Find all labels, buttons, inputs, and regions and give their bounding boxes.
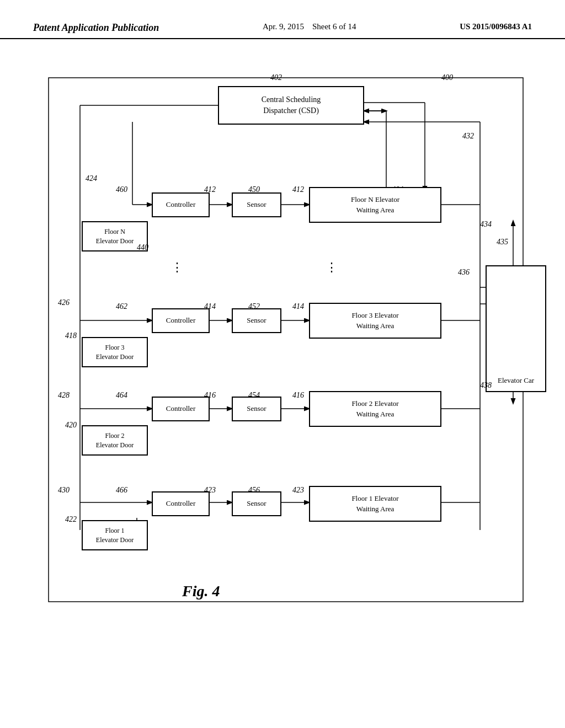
ref-412b: 412 [292,185,304,194]
controller-3-box: Controller [152,308,210,333]
sensor-3-box: Sensor [232,308,281,333]
controller-2-box: Controller [152,397,210,421]
floor-3-waiting-box: Floor 3 Elevator Waiting Area [309,303,441,339]
ref-423b: 423 [292,486,304,495]
ref-424: 424 [86,174,97,183]
ref-462: 462 [116,302,127,311]
floor-3-door-box: Floor 3 Elevator Door [82,337,148,367]
diagram-svg [0,50,565,690]
page: Patent Application Publication Apr. 9, 2… [0,0,565,728]
ref-438: 438 [480,381,492,390]
ref-426: 426 [58,298,70,307]
sensor-2-box: Sensor [232,397,281,421]
sensor-n-box: Sensor [232,192,281,217]
ref-432: 432 [462,132,474,141]
sheet-info: Sheet 6 of 14 [312,22,356,31]
ref-460: 460 [116,185,127,194]
ref-400: 400 [441,73,453,82]
ref-466: 466 [116,486,127,495]
figure-caption: Fig. 4 [182,582,220,600]
ref-440: 440 [137,243,148,252]
header-center: Apr. 9, 2015 Sheet 6 of 14 [263,22,356,31]
ref-414b: 414 [292,302,304,311]
ref-422: 422 [65,515,77,524]
ref-418: 418 [65,331,77,340]
publication-title: Patent Application Publication [33,22,159,34]
sensor-1-box: Sensor [232,491,281,516]
publication-date: Apr. 9, 2015 [263,22,304,31]
patent-number: US 2015/0096843 A1 [460,22,532,31]
floor-1-door-box: Floor 1 Elevator Door [82,520,148,550]
dots-left: ⋮ [171,263,184,272]
floor-n-waiting-box: Floor N Elevator Waiting Area [309,187,441,223]
ref-416b: 416 [292,391,304,400]
diagram-area: 402 400 Central Scheduling Dispatcher (C… [0,50,565,690]
floor-2-waiting-box: Floor 2 Elevator Waiting Area [309,391,441,427]
ref-402: 402 [270,73,282,82]
ref-420: 420 [65,421,77,430]
csd-box: Central Scheduling Dispatcher (CSD) [218,86,364,125]
ref-464: 464 [116,391,127,400]
ref-434: 434 [480,220,492,229]
floor-2-door-box: Floor 2 Elevator Door [82,425,148,456]
ref-436: 436 [458,268,470,277]
controller-1-box: Controller [152,491,210,516]
ref-430: 430 [58,486,70,495]
page-header: Patent Application Publication Apr. 9, 2… [0,0,565,39]
ref-435: 435 [497,238,508,247]
floor-1-waiting-box: Floor 1 Elevator Waiting Area [309,486,441,522]
controller-n-box: Controller [152,192,210,217]
dots-right: ⋮ [326,263,339,272]
ref-428: 428 [58,391,70,400]
elevator-car-box: Elevator Car [486,265,546,392]
